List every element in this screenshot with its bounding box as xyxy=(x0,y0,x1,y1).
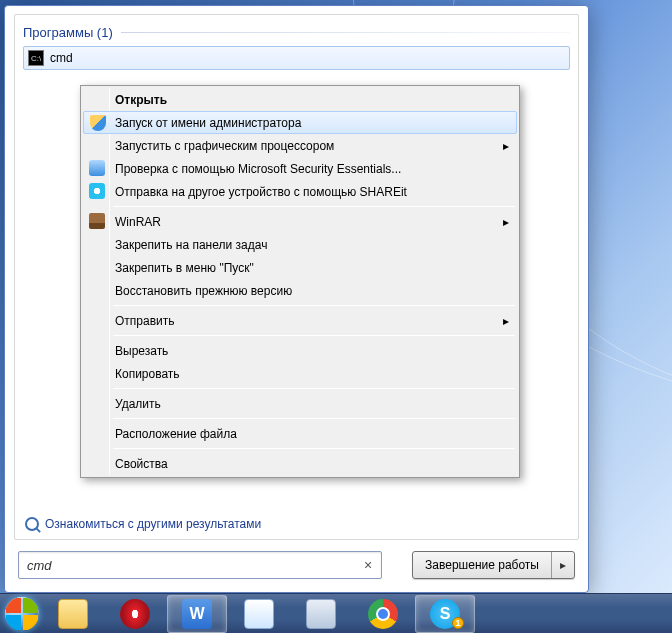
context-menu-item-label: Вырезать xyxy=(115,344,168,358)
context-menu-item-label: Копировать xyxy=(115,367,180,381)
search-icon xyxy=(25,517,39,531)
mse-icon xyxy=(89,160,105,176)
taskbar-item-notepad[interactable] xyxy=(229,595,289,633)
shutdown-options-arrow[interactable]: ▸ xyxy=(552,552,574,578)
context-menu-item-label: Восстановить прежнюю версию xyxy=(115,284,292,298)
context-menu-item[interactable]: Закрепить в меню "Пуск" xyxy=(83,256,517,279)
context-menu-item-label: Закрепить в меню "Пуск" xyxy=(115,261,254,275)
winrar-icon xyxy=(89,213,105,229)
search-input[interactable] xyxy=(23,558,359,573)
context-menu: ОткрытьЗапуск от имени администратораЗап… xyxy=(80,85,520,478)
search-box[interactable]: × xyxy=(18,551,382,579)
shield-icon xyxy=(90,115,106,131)
context-menu-item-label: Закрепить на панели задач xyxy=(115,238,267,252)
context-menu-item-label: Запуск от имени администратора xyxy=(115,116,301,130)
context-menu-item-label: Запустить с графическим процессором xyxy=(115,139,334,153)
context-menu-item-label: Расположение файла xyxy=(115,427,237,441)
context-menu-separator xyxy=(113,418,515,419)
shutdown-button-group: Завершение работы ▸ xyxy=(412,551,575,579)
context-menu-item[interactable]: Закрепить на панели задач xyxy=(83,233,517,256)
context-menu-separator xyxy=(113,448,515,449)
shutdown-button[interactable]: Завершение работы xyxy=(413,552,552,578)
taskbar-item-opera[interactable] xyxy=(105,595,165,633)
context-menu-separator xyxy=(113,206,515,207)
taskbar-item-calculator[interactable] xyxy=(291,595,351,633)
section-header-label: Программы (1) xyxy=(23,25,113,40)
context-menu-separator xyxy=(113,388,515,389)
section-header-programs: Программы (1) xyxy=(23,21,570,46)
context-menu-item[interactable]: Запуск от имени администратора xyxy=(83,111,517,134)
submenu-arrow-icon: ▸ xyxy=(503,139,509,153)
context-menu-item[interactable]: Открыть xyxy=(83,88,517,111)
clear-search-icon[interactable]: × xyxy=(359,557,377,573)
context-menu-separator xyxy=(113,335,515,336)
explorer-icon xyxy=(58,599,88,629)
result-item-label: cmd xyxy=(50,51,73,65)
context-menu-item[interactable]: WinRAR▸ xyxy=(83,210,517,233)
start-menu-bottom-row: × Завершение работы ▸ xyxy=(18,551,575,579)
context-menu-item[interactable]: Проверка с помощью Microsoft Security Es… xyxy=(83,157,517,180)
context-menu-item-label: Открыть xyxy=(115,93,167,107)
windows-logo-icon xyxy=(5,597,39,631)
context-menu-item[interactable]: Запустить с графическим процессором▸ xyxy=(83,134,517,157)
taskbar-item-chrome[interactable] xyxy=(353,595,413,633)
notification-badge: 1 xyxy=(452,617,464,629)
submenu-arrow-icon: ▸ xyxy=(503,314,509,328)
result-item-cmd[interactable]: C:\ cmd xyxy=(23,46,570,70)
context-menu-item[interactable]: Восстановить прежнюю версию xyxy=(83,279,517,302)
context-menu-item-label: Отправка на другое устройство с помощью … xyxy=(115,185,407,199)
context-menu-item-label: Удалить xyxy=(115,397,161,411)
context-menu-item[interactable]: Копировать xyxy=(83,362,517,385)
context-menu-separator xyxy=(113,305,515,306)
see-more-results-link[interactable]: Ознакомиться с другими результатами xyxy=(25,517,261,531)
context-menu-item-label: Отправить xyxy=(115,314,175,328)
context-menu-item-label: WinRAR xyxy=(115,215,161,229)
context-menu-item[interactable]: Отправить▸ xyxy=(83,309,517,332)
calculator-icon xyxy=(306,599,336,629)
taskbar-item-skype[interactable]: S 1 xyxy=(415,595,475,633)
context-menu-item-label: Свойства xyxy=(115,457,168,471)
context-menu-item[interactable]: Отправка на другое устройство с помощью … xyxy=(83,180,517,203)
shareit-icon xyxy=(89,183,105,199)
shutdown-label: Завершение работы xyxy=(425,558,539,572)
see-more-label: Ознакомиться с другими результатами xyxy=(45,517,261,531)
cmd-icon: C:\ xyxy=(28,50,44,66)
context-menu-item[interactable]: Свойства xyxy=(83,452,517,475)
opera-icon xyxy=(120,599,150,629)
context-menu-item-label: Проверка с помощью Microsoft Security Es… xyxy=(115,162,401,176)
context-menu-item[interactable]: Расположение файла xyxy=(83,422,517,445)
taskbar: W S 1 xyxy=(0,593,672,633)
context-menu-item[interactable]: Удалить xyxy=(83,392,517,415)
word-icon: W xyxy=(182,599,212,629)
chrome-icon xyxy=(368,599,398,629)
start-button[interactable] xyxy=(2,594,42,634)
taskbar-item-word[interactable]: W xyxy=(167,595,227,633)
context-menu-item[interactable]: Вырезать xyxy=(83,339,517,362)
notepad-icon xyxy=(244,599,274,629)
submenu-arrow-icon: ▸ xyxy=(503,215,509,229)
taskbar-item-explorer[interactable] xyxy=(43,595,103,633)
